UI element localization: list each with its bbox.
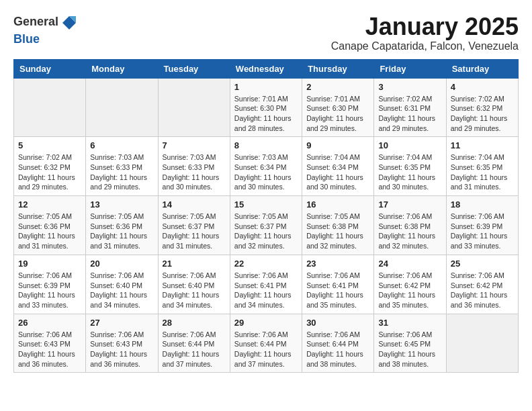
weekday-header: Monday xyxy=(86,59,158,78)
day-info: Sunrise: 7:06 AMSunset: 6:39 PMDaylight:… xyxy=(451,212,514,251)
day-number: 9 xyxy=(306,140,369,150)
day-info: Sunrise: 7:06 AMSunset: 6:45 PMDaylight:… xyxy=(378,330,441,369)
day-number: 1 xyxy=(234,82,298,92)
calendar-cell xyxy=(158,78,230,137)
day-number: 29 xyxy=(234,318,298,328)
calendar-cell: 4Sunrise: 7:02 AMSunset: 6:32 PMDaylight… xyxy=(446,78,518,137)
day-info: Sunrise: 7:06 AMSunset: 6:44 PMDaylight:… xyxy=(163,330,226,369)
day-info: Sunrise: 7:05 AMSunset: 6:38 PMDaylight:… xyxy=(306,212,369,251)
day-number: 30 xyxy=(306,318,369,328)
calendar-week-row: 5Sunrise: 7:02 AMSunset: 6:32 PMDaylight… xyxy=(14,137,519,196)
calendar-header: SundayMondayTuesdayWednesdayThursdayFrid… xyxy=(14,59,519,78)
day-number: 6 xyxy=(90,140,153,150)
day-info: Sunrise: 7:06 AMSunset: 6:40 PMDaylight:… xyxy=(90,271,153,310)
weekday-header: Thursday xyxy=(302,59,374,78)
weekday-header: Wednesday xyxy=(230,59,302,78)
day-number: 5 xyxy=(18,140,81,150)
day-number: 21 xyxy=(163,259,226,269)
calendar-cell: 8Sunrise: 7:03 AMSunset: 6:34 PMDaylight… xyxy=(230,137,302,196)
calendar-cell: 1Sunrise: 7:01 AMSunset: 6:30 PMDaylight… xyxy=(230,78,302,137)
day-number: 4 xyxy=(451,82,514,92)
day-number: 20 xyxy=(90,259,153,269)
weekday-header: Friday xyxy=(374,59,446,78)
calendar-cell: 24Sunrise: 7:06 AMSunset: 6:42 PMDayligh… xyxy=(374,255,446,314)
day-info: Sunrise: 7:05 AMSunset: 6:36 PMDaylight:… xyxy=(18,212,81,251)
day-info: Sunrise: 7:03 AMSunset: 6:33 PMDaylight:… xyxy=(163,152,226,192)
calendar-cell: 3Sunrise: 7:02 AMSunset: 6:31 PMDaylight… xyxy=(374,78,446,137)
day-info: Sunrise: 7:06 AMSunset: 6:43 PMDaylight:… xyxy=(18,330,81,369)
day-number: 22 xyxy=(234,259,298,269)
calendar-cell: 27Sunrise: 7:06 AMSunset: 6:43 PMDayligh… xyxy=(86,314,158,373)
day-number: 13 xyxy=(90,199,153,210)
calendar-cell: 6Sunrise: 7:03 AMSunset: 6:33 PMDaylight… xyxy=(86,137,158,196)
day-info: Sunrise: 7:02 AMSunset: 6:31 PMDaylight:… xyxy=(378,94,441,134)
day-info: Sunrise: 7:06 AMSunset: 6:41 PMDaylight:… xyxy=(306,271,369,310)
day-info: Sunrise: 7:06 AMSunset: 6:44 PMDaylight:… xyxy=(306,330,369,369)
weekday-header: Tuesday xyxy=(158,59,230,78)
calendar-cell: 12Sunrise: 7:05 AMSunset: 6:36 PMDayligh… xyxy=(14,196,86,255)
calendar-week-row: 12Sunrise: 7:05 AMSunset: 6:36 PMDayligh… xyxy=(14,196,519,255)
day-number: 8 xyxy=(234,140,298,150)
day-info: Sunrise: 7:02 AMSunset: 6:32 PMDaylight:… xyxy=(18,152,81,192)
calendar-cell: 15Sunrise: 7:05 AMSunset: 6:37 PMDayligh… xyxy=(230,196,302,255)
day-info: Sunrise: 7:06 AMSunset: 6:44 PMDaylight:… xyxy=(234,330,298,369)
day-number: 16 xyxy=(306,199,369,210)
day-info: Sunrise: 7:05 AMSunset: 6:37 PMDaylight:… xyxy=(234,212,298,251)
day-number: 27 xyxy=(90,318,153,328)
day-info: Sunrise: 7:03 AMSunset: 6:34 PMDaylight:… xyxy=(234,152,298,192)
logo-blue: Blue xyxy=(13,32,40,46)
day-number: 17 xyxy=(378,199,441,210)
day-number: 31 xyxy=(378,318,441,328)
month-title: January 2025 xyxy=(331,13,519,40)
day-number: 15 xyxy=(234,199,298,210)
day-info: Sunrise: 7:06 AMSunset: 6:42 PMDaylight:… xyxy=(378,271,441,310)
calendar-cell xyxy=(86,78,158,137)
logo-text: General Blue xyxy=(13,13,80,46)
day-info: Sunrise: 7:05 AMSunset: 6:37 PMDaylight:… xyxy=(163,212,226,251)
calendar-cell: 29Sunrise: 7:06 AMSunset: 6:44 PMDayligh… xyxy=(230,314,302,373)
day-number: 28 xyxy=(163,318,226,328)
calendar-cell xyxy=(14,78,86,137)
day-info: Sunrise: 7:06 AMSunset: 6:43 PMDaylight:… xyxy=(90,330,153,369)
day-number: 12 xyxy=(18,199,81,210)
day-info: Sunrise: 7:05 AMSunset: 6:36 PMDaylight:… xyxy=(90,212,153,251)
calendar-cell xyxy=(446,314,518,373)
day-info: Sunrise: 7:02 AMSunset: 6:32 PMDaylight:… xyxy=(451,94,514,134)
calendar-cell: 25Sunrise: 7:06 AMSunset: 6:42 PMDayligh… xyxy=(446,255,518,314)
weekday-row: SundayMondayTuesdayWednesdayThursdayFrid… xyxy=(14,59,519,78)
day-info: Sunrise: 7:06 AMSunset: 6:41 PMDaylight:… xyxy=(234,271,298,310)
day-number: 19 xyxy=(18,259,81,269)
day-info: Sunrise: 7:06 AMSunset: 6:39 PMDaylight:… xyxy=(18,271,81,310)
calendar-week-row: 19Sunrise: 7:06 AMSunset: 6:39 PMDayligh… xyxy=(14,255,519,314)
calendar-week-row: 26Sunrise: 7:06 AMSunset: 6:43 PMDayligh… xyxy=(14,314,519,373)
day-number: 25 xyxy=(451,259,514,269)
calendar-cell: 2Sunrise: 7:01 AMSunset: 6:30 PMDaylight… xyxy=(302,78,374,137)
calendar-cell: 11Sunrise: 7:04 AMSunset: 6:35 PMDayligh… xyxy=(446,137,518,196)
day-info: Sunrise: 7:06 AMSunset: 6:42 PMDaylight:… xyxy=(451,271,514,310)
day-info: Sunrise: 7:04 AMSunset: 6:34 PMDaylight:… xyxy=(306,152,369,192)
calendar-cell: 7Sunrise: 7:03 AMSunset: 6:33 PMDaylight… xyxy=(158,137,230,196)
calendar-cell: 26Sunrise: 7:06 AMSunset: 6:43 PMDayligh… xyxy=(14,314,86,373)
calendar-cell: 31Sunrise: 7:06 AMSunset: 6:45 PMDayligh… xyxy=(374,314,446,373)
calendar-table: SundayMondayTuesdayWednesdayThursdayFrid… xyxy=(13,59,519,373)
logo-general: General xyxy=(13,15,58,28)
day-info: Sunrise: 7:04 AMSunset: 6:35 PMDaylight:… xyxy=(378,152,441,192)
day-number: 14 xyxy=(163,199,226,210)
calendar-cell: 19Sunrise: 7:06 AMSunset: 6:39 PMDayligh… xyxy=(14,255,86,314)
day-info: Sunrise: 7:04 AMSunset: 6:35 PMDaylight:… xyxy=(451,152,514,192)
day-info: Sunrise: 7:06 AMSunset: 6:38 PMDaylight:… xyxy=(378,212,441,251)
day-number: 24 xyxy=(378,259,441,269)
calendar-cell: 17Sunrise: 7:06 AMSunset: 6:38 PMDayligh… xyxy=(374,196,446,255)
day-number: 23 xyxy=(306,259,369,269)
location: Canape Capatarida, Falcon, Venezuela xyxy=(331,40,519,52)
weekday-header: Sunday xyxy=(14,59,86,78)
logo-icon xyxy=(60,13,79,32)
calendar-cell: 9Sunrise: 7:04 AMSunset: 6:34 PMDaylight… xyxy=(302,137,374,196)
title-area: January 2025 Canape Capatarida, Falcon, … xyxy=(331,13,519,52)
calendar-cell: 21Sunrise: 7:06 AMSunset: 6:40 PMDayligh… xyxy=(158,255,230,314)
logo: General Blue xyxy=(13,13,80,46)
calendar-cell: 18Sunrise: 7:06 AMSunset: 6:39 PMDayligh… xyxy=(446,196,518,255)
day-number: 3 xyxy=(378,82,441,92)
day-number: 10 xyxy=(378,140,441,150)
calendar-cell: 10Sunrise: 7:04 AMSunset: 6:35 PMDayligh… xyxy=(374,137,446,196)
